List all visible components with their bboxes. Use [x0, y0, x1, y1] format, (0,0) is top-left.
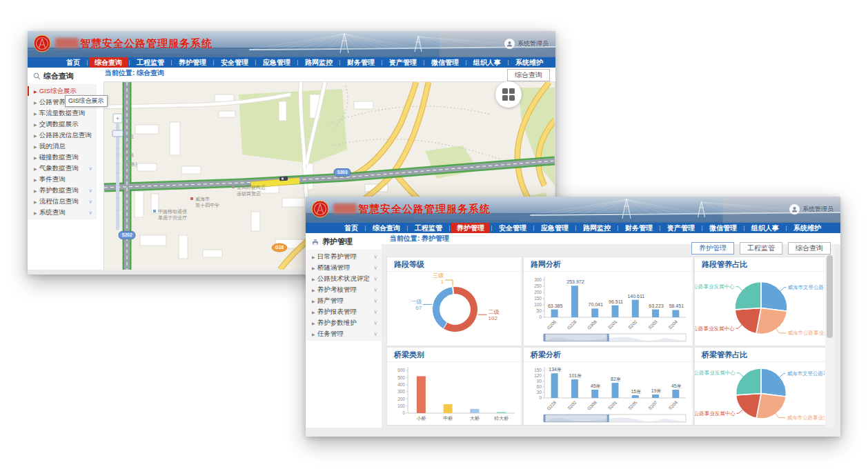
sidebar-item-11[interactable]: ▶系统查询∨	[28, 207, 97, 218]
chevron-down-icon: ∨	[373, 276, 377, 282]
svg-text:82座: 82座	[611, 377, 621, 381]
sidebar-item-7[interactable]: ▶任务管理∨	[306, 328, 382, 339]
sidebar-item-label: 日常养护管理	[317, 252, 357, 261]
sidebar-item-1[interactable]: ▶桥隧涵管理∨	[306, 262, 382, 273]
sidebar-item-10[interactable]: ▶流程信息查询∨	[28, 196, 97, 207]
svg-text:45座: 45座	[671, 383, 682, 388]
nav-item-5[interactable]: 应急管理	[257, 57, 296, 68]
svg-text:30: 30	[537, 390, 542, 395]
nav-item-8[interactable]: 资产管理	[662, 223, 700, 233]
nav-item-8[interactable]: 资产管理	[384, 57, 422, 68]
nav-item-1[interactable]: 综合查询	[367, 223, 406, 233]
quick-switch-button[interactable]: 综合查询	[507, 69, 550, 81]
nav-item-7[interactable]: 财务管理	[620, 223, 658, 233]
svg-text:600: 600	[397, 368, 405, 372]
svg-text:400: 400	[397, 382, 405, 387]
user-chip[interactable]: 系统管理员	[789, 204, 834, 214]
chevron-down-icon: ∨	[373, 265, 377, 271]
nav-item-0[interactable]: 首页	[339, 223, 364, 233]
road-level-donut-chart[interactable]: 三级1二级102一级67	[387, 272, 520, 343]
bridge-class-bar-chart[interactable]: 0100200300400500600小桥中桥大桥特大桥	[387, 362, 520, 423]
svg-text:S204: S204	[667, 319, 678, 330]
user-chip[interactable]: 系统管理员	[504, 39, 549, 49]
sidebar-item-9[interactable]: ▶养护数据查询∨	[28, 185, 97, 196]
nav-item-9[interactable]: 微信管理	[426, 57, 464, 68]
nav-item-9[interactable]: 微信管理	[704, 223, 742, 233]
nav-item-2[interactable]: 工程监管	[131, 57, 170, 68]
road-share-pie-chart[interactable]: 威海市文登公路事业威海市公路事业发展山公路事业发展中心公路事业发展中心	[695, 272, 825, 343]
svg-text:300: 300	[397, 389, 405, 394]
sidebar-item-3[interactable]: ▶交调数据展示	[28, 119, 97, 130]
svg-text:连锁百货店: 连锁百货店	[237, 190, 261, 197]
bridge-share-pie-chart[interactable]: 威海市文登公路事威海市公路事业发展公路事业发展中心公路事业发展中心	[695, 362, 825, 423]
svg-text:威海市公路事业发展: 威海市公路事业发展	[788, 330, 825, 336]
sidebar-item-3[interactable]: ▶养护考核管理∨	[306, 284, 382, 295]
maintenance-icon	[311, 238, 319, 246]
chevron-down-icon: ∨	[373, 287, 377, 293]
nav-item-2[interactable]: 工程监管	[409, 223, 448, 233]
triangle-icon: ▶	[312, 299, 315, 303]
module-button-1[interactable]: 工程监管	[740, 242, 782, 255]
sidebar-item-2[interactable]: ▶车流量数据查询	[28, 108, 97, 119]
nav-item-11[interactable]: 系统维护	[788, 223, 827, 233]
sidebar-item-4[interactable]: ▶路产管理∨	[306, 295, 382, 306]
sidebar-item-6[interactable]: ▶养护参数维护∨	[306, 317, 382, 328]
nav-item-6[interactable]: 路网监控	[578, 223, 616, 233]
panel-title: 桥梁管养占比	[695, 348, 826, 362]
triangle-icon: ▶	[312, 332, 315, 337]
nav-item-10[interactable]: 组织人事	[468, 57, 506, 68]
triangle-icon: ▶	[34, 111, 37, 116]
svg-text:三级: 三级	[433, 272, 444, 279]
nav-item-6[interactable]: 路网监控	[299, 57, 338, 68]
svg-text:300: 300	[534, 277, 542, 282]
chevron-down-icon: ∨	[88, 199, 92, 205]
sidebar-item-4[interactable]: ▶公路路况信息查询	[28, 130, 97, 141]
nav-item-1[interactable]: 综合查询	[89, 57, 128, 68]
sidebar-item-6[interactable]: ▶碰撞数据查询	[28, 152, 97, 163]
sidebar-item-label: 气象数据查询	[39, 164, 79, 173]
nav-item-4[interactable]: 安全管理	[215, 57, 254, 68]
svg-text:公路事业发展中心: 公路事业发展中心	[695, 283, 735, 290]
sidebar-item-5[interactable]: ▶我的消息	[28, 141, 97, 152]
nav-item-7[interactable]: 财务管理	[342, 57, 380, 68]
nav-separator	[339, 60, 340, 66]
module-button-0[interactable]: 养护管理	[691, 242, 734, 255]
nav-item-5[interactable]: 应急管理	[535, 223, 574, 233]
nav-item-0[interactable]: 首页	[61, 57, 86, 68]
sidebar-item-5[interactable]: ▶养护报表管理∨	[306, 306, 382, 317]
bridge-analysis-bar-chart[interactable]: 0306090120150134座G228101座S20245座G30882座S…	[524, 362, 691, 423]
sidebar-item-8[interactable]: ▶事件查询	[28, 174, 97, 185]
sidebar-item-label: GIS综合展示	[39, 87, 77, 96]
nav-item-10[interactable]: 组织人事	[746, 223, 785, 233]
sidebar-item-label: 公路技术状况评定	[317, 275, 370, 283]
svg-text:200: 200	[397, 397, 405, 401]
nav-item-11[interactable]: 系统维护	[510, 57, 549, 68]
map-layers-grid-button[interactable]	[495, 81, 522, 108]
sidebar-item-label: 任务管理	[317, 330, 344, 339]
agency-logo-icon	[33, 34, 51, 52]
horizontal-scrollbar[interactable]	[306, 428, 840, 437]
svg-text:150: 150	[534, 368, 542, 372]
svg-text:500: 500	[397, 375, 405, 380]
svg-text:威海市文登公路事: 威海市文登公路事	[787, 370, 825, 377]
nav-separator	[575, 226, 576, 231]
sidebar-item-7[interactable]: ▶气象数据查询∨	[28, 163, 97, 174]
nav-item-3[interactable]: 养护管理	[451, 223, 490, 233]
triangle-icon: ▶	[312, 321, 315, 326]
triangle-icon: ▶	[34, 133, 37, 138]
vertical-scrollbar[interactable]: ▲	[825, 244, 834, 428]
nav-item-3[interactable]: 养护管理	[173, 57, 212, 68]
chevron-down-icon: ∨	[88, 166, 92, 172]
sidebar-item-label: 养护数据查询	[39, 186, 79, 195]
sidebar-item-0[interactable]: ▶日常养护管理∨	[306, 251, 382, 262]
nav-item-4[interactable]: 安全管理	[493, 223, 532, 233]
chevron-down-icon: ∨	[373, 331, 377, 337]
app-header: 智慧安全公路管理服务系统 系统管理员	[28, 31, 555, 57]
svg-text:第十四中学: 第十四中学	[195, 203, 219, 208]
network-analysis-bar-chart[interactable]: 05010015020025030063.385G206253.972G2287…	[524, 272, 691, 343]
sidebar-item-2[interactable]: ▶公路技术状况评定∨	[306, 273, 382, 284]
scrollbar-thumb[interactable]	[827, 255, 833, 338]
module-button-2[interactable]: 综合查询	[788, 242, 831, 255]
svg-text:S207: S207	[647, 399, 658, 410]
svg-text:101座: 101座	[569, 373, 582, 378]
